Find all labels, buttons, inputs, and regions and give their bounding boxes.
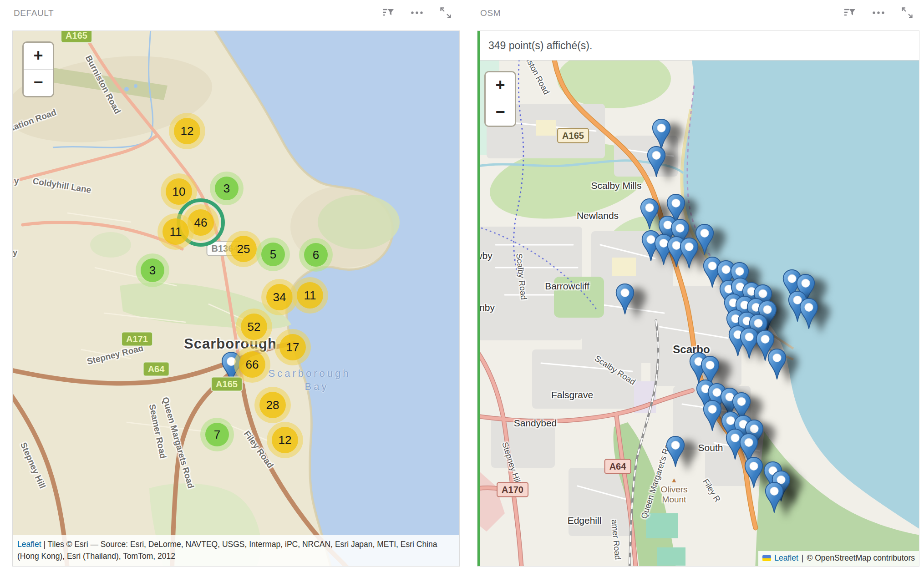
ellipsis-icon[interactable]	[410, 6, 424, 20]
cluster-count: 10	[173, 185, 186, 199]
cluster-marker[interactable]: 66	[234, 346, 270, 383]
marker-pin[interactable]	[799, 298, 819, 330]
cluster-count: 12	[181, 124, 194, 138]
map-canvas-osm[interactable]: Scalby MillsNewlandsBarrowcliffwbyxenbyF…	[477, 30, 919, 567]
panel-title-osm: OSM	[480, 8, 501, 18]
zoom-in-button[interactable]: +	[24, 43, 53, 70]
zoom-out-button[interactable]: −	[486, 99, 515, 126]
leaflet-link[interactable]: Leaflet	[17, 540, 41, 549]
map-canvas-default[interactable]: Burniston Roadtation RoadColdyhill Laney…	[12, 30, 460, 567]
cluster-count: 28	[266, 398, 279, 412]
cluster-marker[interactable]: 52	[236, 309, 272, 345]
cluster-marker[interactable]: 5	[256, 238, 290, 271]
cluster-count: 6	[313, 248, 319, 262]
left-cluster-layer: 12103461125563341152176628712	[13, 31, 459, 566]
cluster-marker[interactable]: 12	[267, 422, 303, 458]
attribution-text: © OpenStreetMap contributors	[807, 553, 915, 563]
cluster-marker[interactable]: 25	[225, 231, 262, 267]
marker-pin[interactable]	[702, 400, 722, 432]
cluster-count: 3	[223, 182, 230, 196]
cluster-count: 25	[237, 242, 250, 256]
cluster-count: 46	[194, 216, 208, 230]
right-toolbar	[843, 6, 914, 20]
cluster-count: 12	[279, 433, 292, 447]
cluster-count: 11	[304, 288, 316, 303]
left-toolbar	[381, 6, 452, 20]
cluster-count: 7	[214, 428, 220, 442]
ellipsis-icon[interactable]	[872, 6, 885, 20]
zoom-control: + −	[484, 71, 516, 127]
accent-stripe	[477, 31, 480, 566]
cluster-marker[interactable]: 7	[200, 418, 234, 451]
attribution-bar: Leaflet | Tiles © Esri — Source: Esri, D…	[13, 535, 459, 567]
points-count-banner: 349 point(s) affiché(s).	[480, 31, 919, 61]
leaflet-link[interactable]: Leaflet	[774, 553, 798, 563]
cluster-marker[interactable]: 12	[169, 113, 205, 149]
comparison-page: DEFAULT	[0, 0, 924, 577]
zoom-out-button[interactable]: −	[24, 70, 53, 96]
cluster-count: 34	[273, 290, 286, 304]
marker-pin[interactable]	[767, 348, 787, 380]
zoom-control: + −	[22, 41, 54, 97]
cluster-count: 5	[270, 248, 276, 262]
cluster-marker[interactable]: 3	[136, 253, 169, 287]
cluster-count: 3	[149, 263, 156, 278]
attribution-text: Tiles © Esri — Source: Esri, DeLorme, NA…	[17, 540, 437, 561]
cluster-marker[interactable]: 6	[299, 238, 333, 272]
marker-pin[interactable]	[665, 435, 685, 468]
cluster-count: 17	[286, 340, 300, 354]
right-map-markers	[477, 31, 919, 566]
cluster-marker[interactable]: 11	[292, 277, 328, 314]
marker-pin[interactable]	[764, 481, 784, 514]
marker-pin[interactable]	[640, 198, 660, 230]
expand-diagonal-icon[interactable]	[439, 6, 452, 20]
marker-pin[interactable]	[744, 456, 764, 489]
cluster-marker[interactable]: 3	[210, 172, 244, 205]
attribution-separator: |	[802, 553, 804, 563]
attribution-separator: |	[41, 540, 48, 549]
zoom-in-button[interactable]: +	[486, 72, 515, 99]
cluster-marker[interactable]: 17	[274, 329, 311, 365]
expand-diagonal-icon[interactable]	[900, 6, 914, 20]
marker-pin[interactable]	[646, 146, 666, 178]
filter-sort-icon[interactable]	[843, 6, 857, 20]
marker-pin[interactable]	[695, 223, 715, 256]
marker-pin[interactable]	[615, 283, 635, 315]
cluster-marker[interactable]: 11	[157, 213, 194, 250]
cluster-marker[interactable]: 28	[254, 387, 291, 423]
filter-sort-icon[interactable]	[381, 6, 395, 20]
panel-title-default: DEFAULT	[14, 8, 54, 18]
cluster-count: 52	[248, 320, 261, 334]
attribution-bar: Leaflet | © OpenStreetMap contributors	[758, 551, 919, 566]
ukraine-flag-icon	[762, 555, 771, 561]
cluster-count: 66	[246, 358, 259, 372]
cluster-count: 11	[170, 225, 182, 239]
